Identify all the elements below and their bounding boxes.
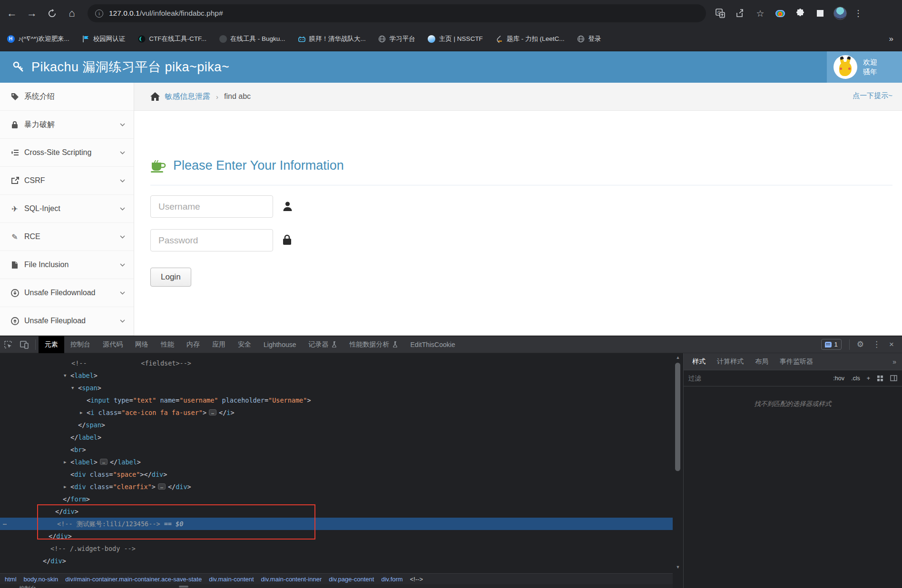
bookmark-item[interactable]: 题库 - 力扣 (LeetC... [495,35,565,43]
line-options-dots[interactable]: ⋯ [3,518,7,530]
inline-expand-badge[interactable]: … [209,409,216,415]
expand-arrow-icon[interactable]: ▶ [64,456,66,468]
bookmark-item[interactable]: 登录 [577,35,601,43]
devtools-menu-button[interactable]: ⋮ [873,339,881,349]
code-line[interactable]: </div> [0,530,673,542]
code-line[interactable]: ⋯<!-- 测试账号:lili/123456--> == $0 [0,518,673,530]
panel-layout-icon[interactable] [890,375,897,381]
devtools-tab-sources[interactable]: 源代码 [97,336,129,353]
devtools-close-button[interactable]: × [889,340,894,349]
styles-tab-computed[interactable]: 计算样式 [711,357,749,366]
dom-crumb-comment[interactable]: <!--> [410,576,423,583]
code-line[interactable]: </div> [0,555,673,567]
devtools-tab-editthiscookie[interactable]: EditThisCookie [404,336,461,353]
inspect-element-button[interactable] [0,338,16,351]
element-classes-button[interactable]: .cls [851,375,860,382]
styles-tab-event-listeners[interactable]: 事件监听器 [774,357,819,366]
sidebar-item-file-inclusion[interactable]: File Inclusion [0,251,134,279]
dom-crumb-main-content[interactable]: div.main-content [209,576,254,583]
new-style-rule-button[interactable]: + [867,375,870,382]
bookmarks-overflow-button[interactable]: » [889,34,893,44]
code-line[interactable]: </span> [0,419,673,431]
scroll-up-arrow[interactable]: ▲ [673,355,683,360]
translate-button[interactable]: G [715,8,726,19]
code-line[interactable]: </form> [0,493,673,505]
inline-expand-badge[interactable]: … [100,459,108,465]
devtools-tab-network[interactable]: 网络 [129,336,155,353]
password-input[interactable] [150,229,273,251]
sidebar-item-unsafe-filedownload[interactable]: Unsafe Filedownload [0,279,134,307]
hint-link[interactable]: 点一下提示~ [853,91,892,100]
issues-counter[interactable]: 1 [821,339,842,350]
collapse-arrow-icon[interactable]: ▼ [64,369,66,382]
side-panel-button[interactable] [814,8,826,19]
sidebar-item-unsafe-fileupload[interactable]: Unsafe Fileupload [0,307,134,335]
dom-crumb-page-content[interactable]: div.page-content [329,576,374,583]
styles-filter-input[interactable]: 过滤 [688,374,701,383]
back-button[interactable]: ← [4,5,20,21]
styles-tabs-overflow-button[interactable]: » [892,358,896,366]
expand-arrow-icon[interactable]: ▶ [64,481,66,493]
sidebar-item-csrf[interactable]: CSRF [0,167,134,195]
browser-menu-button[interactable]: ⋮ [853,8,864,19]
devtools-tab-performance[interactable]: 性能 [155,336,180,353]
styles-tab-styles[interactable]: 样式 [686,357,711,366]
computed-grid-icon[interactable] [877,375,883,382]
code-line[interactable]: ▶<i class="ace-icon fa fa-user">…</i> [0,406,673,419]
bookmark-item[interactable]: 膜拜！清华战队大... [298,35,366,43]
expand-arrow-icon[interactable]: ▶ [80,406,82,419]
code-line[interactable]: <div class="space"></div> [0,468,673,481]
scroll-down-arrow[interactable]: ▼ [673,565,683,569]
dom-crumb-form[interactable]: div.form [381,576,402,583]
code-line[interactable]: <!-- /.widget-body --> [0,542,673,555]
code-line[interactable]: <br> [0,443,673,456]
extensions-puzzle-button[interactable] [794,8,806,19]
code-line[interactable]: <!-- <fieldset>--> [0,357,673,369]
dom-crumb-main-content-inner[interactable]: div.main-content-inner [261,576,322,583]
code-line[interactable]: ▼<label> [0,369,673,382]
address-bar[interactable]: i 127.0.0.1/vul/infoleak/findabc.php# [88,4,706,22]
collapse-arrow-icon[interactable]: ▼ [71,382,74,394]
share-button[interactable] [735,8,746,19]
home-button[interactable]: ⌂ [64,5,80,21]
code-line[interactable]: </label> [0,431,673,443]
devtools-tab-performance-insights[interactable]: 性能数据分析 [343,336,404,353]
code-line[interactable]: </div> [0,505,673,518]
scrollbar-thumb[interactable] [675,363,680,471]
code-line[interactable]: <input type="text" name="username" place… [0,394,673,406]
bookmark-star-button[interactable]: ☆ [755,8,766,19]
sidebar-item-brute-force[interactable]: 暴力破解 [0,111,134,139]
forward-button[interactable]: → [24,5,40,21]
bookmark-item[interactable]: 在线工具 - Bugku... [219,35,285,43]
sidebar-item-xss[interactable]: Cross-Site Scripting [0,139,134,167]
devtools-tab-application[interactable]: 应用 [206,336,232,353]
breadcrumb-section-link[interactable]: 敏感信息泄露 [165,92,210,102]
devtools-tab-memory[interactable]: 内存 [180,336,206,353]
sidebar-item-system-intro[interactable]: 系统介绍 [0,83,134,111]
styles-tab-layout[interactable]: 布局 [749,357,774,366]
username-input[interactable] [150,195,273,218]
code-line[interactable]: ▼<span> [0,382,673,394]
bookmark-item[interactable]: 主页 | NSSCTF [428,35,483,43]
login-button[interactable]: Login [150,268,191,287]
extension-colorful-icon[interactable] [775,8,786,19]
device-toolbar-button[interactable] [16,338,32,351]
devtools-tab-recorder[interactable]: 记录器 [303,336,343,353]
welcome-block[interactable]: 欢迎 骚年 [827,51,902,83]
page-info-icon[interactable]: i [95,10,103,18]
profile-avatar[interactable] [833,7,847,20]
toggle-element-state-button[interactable]: :hov [833,375,844,382]
devtools-tab-elements[interactable]: 元素 [39,336,64,353]
devtools-tab-lighthouse[interactable]: Lighthouse [257,336,303,353]
bookmark-item[interactable]: CTF在线工具-CTF... [137,35,206,43]
bookmark-item[interactable]: 学习平台 [378,35,415,43]
sidebar-item-rce[interactable]: ✎ RCE [0,223,134,251]
devtools-settings-button[interactable]: ⚙ [857,339,864,349]
bookmark-item[interactable]: 校园网认证 [82,35,126,43]
sidebar-item-sql-inject[interactable]: ✈ SQL-Inject [0,195,134,223]
elements-scrollbar[interactable]: ▲ ▼ [673,353,683,573]
dom-crumb-html[interactable]: html [5,576,17,583]
dom-crumb-main-container[interactable]: div#main-container.main-container.ace-sa… [65,576,202,583]
dom-crumb-body[interactable]: body.no-skin [24,576,59,583]
code-line[interactable]: ▶<label>…</label> [0,456,673,468]
